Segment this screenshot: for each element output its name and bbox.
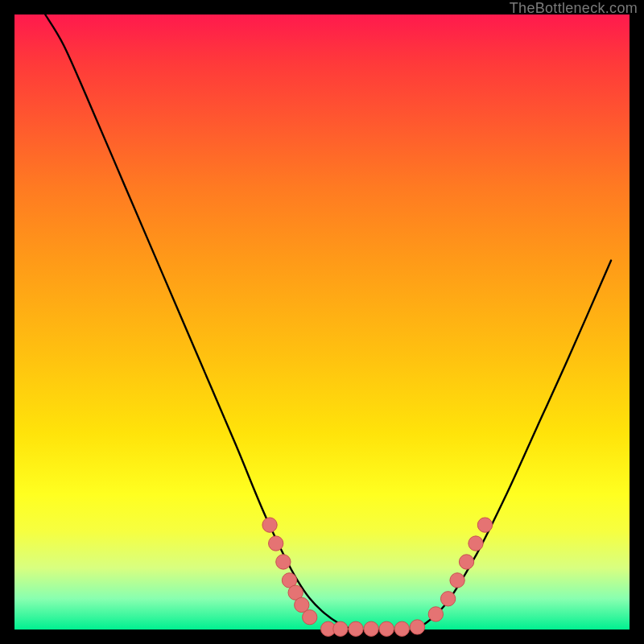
bead-marker [450,573,464,588]
bead-marker [262,518,277,532]
bead-marker [440,592,455,606]
bead-marker [364,621,378,636]
bead-marker [459,555,473,569]
bead-marker [349,621,363,636]
bead-marker [469,536,483,551]
bottleneck-curve [45,14,611,631]
bead-marker [333,621,348,636]
chart-stage: TheBottleneck.com [0,0,644,644]
bead-marker [269,536,283,551]
bead-marker [379,621,394,636]
curve-layer [14,14,630,630]
bead-marker [276,555,291,569]
bead-marker [410,620,424,634]
bead-marker [394,621,409,636]
bead-marker [428,607,443,621]
bead-marker [477,518,492,532]
bead-marker [303,610,317,625]
marker-beads [262,518,493,636]
